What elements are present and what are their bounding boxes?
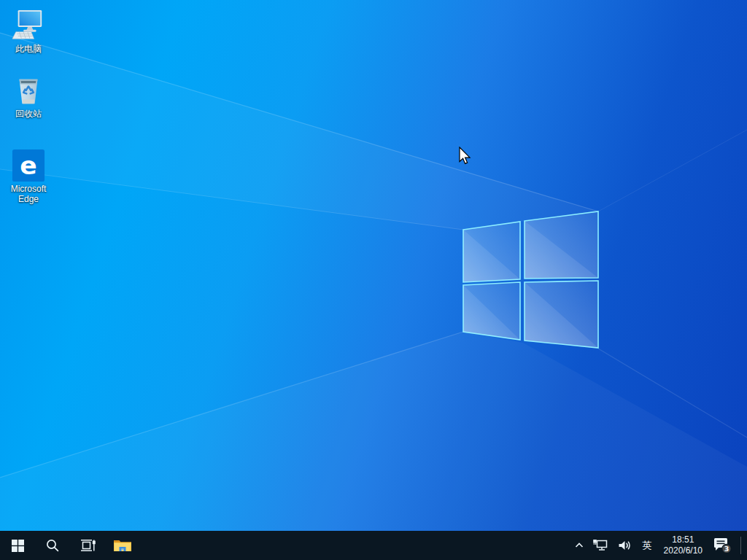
windows-start-icon xyxy=(12,540,24,552)
search-icon xyxy=(45,538,60,553)
taskbar-empty-area[interactable] xyxy=(140,531,570,560)
task-view-icon xyxy=(80,538,96,553)
file-explorer-button[interactable] xyxy=(105,531,140,560)
desktop-icon-this-pc[interactable]: 此电脑 xyxy=(1,9,55,54)
network-button[interactable] xyxy=(589,531,614,560)
network-icon xyxy=(592,538,610,553)
tray-chevron-button[interactable] xyxy=(570,531,589,560)
start-button[interactable] xyxy=(0,531,35,560)
clock-time: 18:51 xyxy=(672,534,694,545)
tray-separator xyxy=(740,537,741,554)
notification-badge: 3 xyxy=(724,545,729,553)
wallpaper-windows-logo xyxy=(0,0,747,531)
svg-text:e: e xyxy=(20,151,36,180)
ime-indicator[interactable]: 英 xyxy=(637,531,658,560)
desktop-icon-recycle-bin[interactable]: 回收站 xyxy=(1,74,55,119)
desktop-icon-label: Microsoft Edge xyxy=(2,184,55,204)
system-tray: 英 18:51 2020/6/10 3 xyxy=(570,531,747,560)
volume-button[interactable] xyxy=(614,531,637,560)
edge-icon: e xyxy=(12,149,45,182)
clock-date: 2020/6/10 xyxy=(664,545,703,556)
search-button[interactable] xyxy=(35,531,70,560)
desktop-icon-label: 此电脑 xyxy=(15,44,42,54)
show-desktop-button[interactable] xyxy=(743,531,747,560)
file-explorer-icon xyxy=(113,537,132,553)
recycle-bin-icon xyxy=(12,74,45,107)
speaker-icon xyxy=(617,538,633,553)
chevron-up-icon xyxy=(573,540,585,551)
taskbar: 英 18:51 2020/6/10 3 xyxy=(0,531,747,560)
action-center-button[interactable]: 3 xyxy=(708,531,736,560)
clock[interactable]: 18:51 2020/6/10 xyxy=(658,531,708,560)
action-center-icon: 3 xyxy=(712,536,732,555)
this-pc-icon xyxy=(12,9,45,42)
desktop-icon-label: 回收站 xyxy=(15,109,42,119)
task-view-button[interactable] xyxy=(70,531,105,560)
desktop[interactable]: 此电脑 回收站 e Microsoft Edge xyxy=(0,0,747,531)
desktop-icon-microsoft-edge[interactable]: e Microsoft Edge xyxy=(1,149,55,204)
